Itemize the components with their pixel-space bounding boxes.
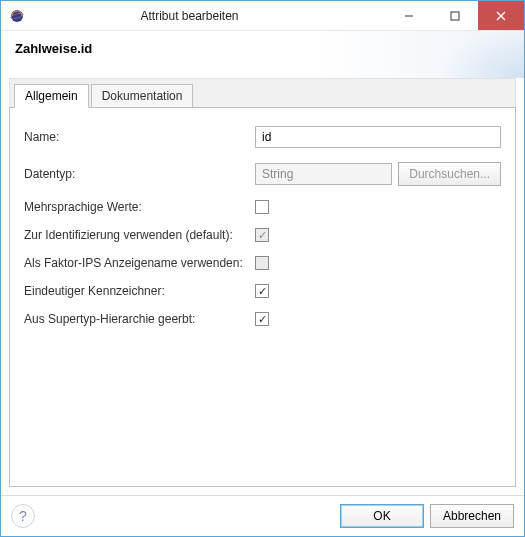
datatype-input xyxy=(255,163,392,185)
multilang-checkbox[interactable] xyxy=(255,200,269,214)
close-button[interactable] xyxy=(478,1,524,30)
identify-checkbox: ✓ xyxy=(255,228,269,242)
tabs: Allgemein Dokumentation xyxy=(9,78,516,107)
displayname-checkbox xyxy=(255,256,269,270)
identify-label: Zur Identifizierung verwenden (default): xyxy=(24,228,249,242)
multilang-label: Mehrsprachige Werte: xyxy=(24,200,249,214)
datatype-label: Datentyp: xyxy=(24,167,249,181)
inherited-checkbox[interactable]: ✓ xyxy=(255,312,269,326)
page-title: Zahlweise.id xyxy=(15,41,510,56)
tab-general[interactable]: Allgemein xyxy=(14,84,89,108)
name-input[interactable] xyxy=(255,126,501,148)
browse-button: Durchsuchen... xyxy=(398,162,501,186)
svg-point-0 xyxy=(11,10,23,22)
dialog-footer: ? OK Abbrechen xyxy=(1,495,524,536)
titlebar: Attribut bearbeiten xyxy=(1,1,524,31)
unique-label: Eindeutiger Kennzeichner: xyxy=(24,284,249,298)
tab-panel-general: Name: Datentyp: Durchsuchen... Mehrsprac… xyxy=(9,107,516,487)
name-label: Name: xyxy=(24,130,249,144)
unique-checkbox[interactable]: ✓ xyxy=(255,284,269,298)
minimize-button[interactable] xyxy=(386,1,432,30)
eclipse-icon xyxy=(9,8,25,24)
dialog-header: Zahlweise.id xyxy=(1,31,524,78)
maximize-button[interactable] xyxy=(432,1,478,30)
ok-button[interactable]: OK xyxy=(340,504,424,528)
content-area: Allgemein Dokumentation Name: Datentyp: … xyxy=(1,78,524,495)
tab-documentation[interactable]: Dokumentation xyxy=(91,84,194,108)
cancel-button[interactable]: Abbrechen xyxy=(430,504,514,528)
svg-rect-3 xyxy=(451,12,459,20)
window-title: Attribut bearbeiten xyxy=(33,9,386,23)
window-controls xyxy=(386,1,524,30)
help-icon[interactable]: ? xyxy=(11,504,35,528)
displayname-label: Als Faktor-IPS Anzeigename verwenden: xyxy=(24,256,249,270)
inherited-label: Aus Supertyp-Hierarchie geerbt: xyxy=(24,312,249,326)
